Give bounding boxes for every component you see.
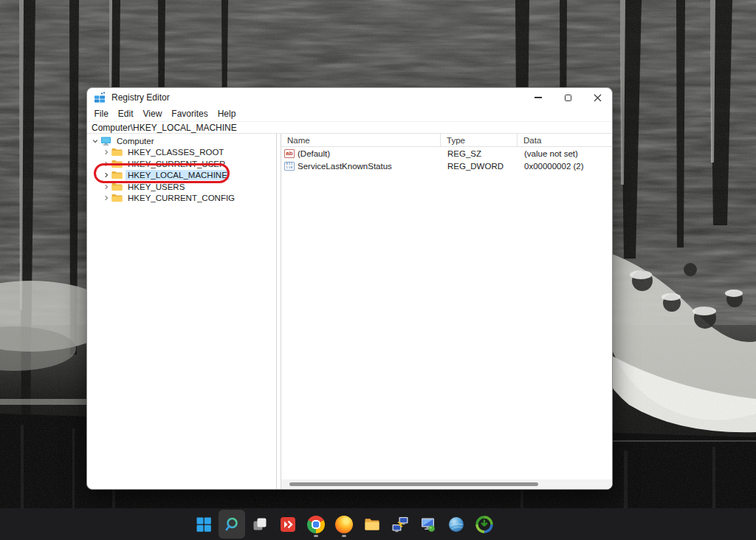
chevron-right-icon[interactable] [102, 183, 111, 191]
chevron-right-icon[interactable] [102, 194, 111, 202]
menubar: File Edit View Favorites Help [87, 107, 612, 121]
minimize-button[interactable] [523, 88, 553, 107]
menu-edit[interactable]: Edit [113, 107, 138, 121]
value-row-default[interactable]: ab (Default) REG_SZ (value not set) [281, 147, 612, 160]
folder-icon [111, 160, 123, 168]
desktop: Registry Editor File Edit View Favorites [0, 0, 756, 540]
values-pane: Name Type Data ab (Default) REG_SZ (valu… [281, 134, 612, 489]
taskbar [0, 508, 756, 540]
window-title: Registry Editor [111, 92, 170, 103]
column-header-type[interactable]: Type [441, 134, 518, 146]
value-type: REG_SZ [441, 149, 518, 158]
tree-item-label: HKEY_CURRENT_CONFIG [126, 193, 237, 203]
chevron-right-icon[interactable] [102, 148, 111, 156]
menu-help[interactable]: Help [213, 107, 241, 121]
chevron-down-icon[interactable] [91, 137, 100, 145]
titlebar[interactable]: Registry Editor [87, 88, 612, 107]
addressbar [87, 121, 612, 134]
address-input[interactable] [87, 122, 612, 133]
download-manager-icon [475, 516, 493, 533]
value-name: ServiceLastKnownStatus [298, 162, 392, 171]
download-manager-button[interactable] [471, 510, 498, 539]
tree-item-computer[interactable]: Computer [87, 135, 276, 147]
tree-item-label: Computer [114, 136, 157, 146]
anydesk-icon [279, 516, 297, 533]
chrome-button[interactable] [303, 510, 329, 539]
registry-editor-window: Registry Editor File Edit View Favorites [86, 87, 613, 490]
my-computer-button[interactable] [415, 510, 441, 539]
windows-start-icon [195, 516, 213, 533]
folder-icon [111, 194, 123, 202]
value-data: (value not set) [518, 149, 612, 158]
search-button[interactable] [219, 510, 245, 539]
computer-icon [100, 137, 111, 146]
value-name: (Default) [298, 149, 330, 158]
remote-connection-button[interactable] [387, 510, 413, 539]
column-header-name[interactable]: Name [281, 134, 441, 146]
registry-editor-icon [94, 92, 106, 103]
remote-connection-icon [391, 516, 409, 533]
value-data: 0x00000002 (2) [518, 162, 612, 171]
taskbar-icons [190, 510, 498, 539]
minimize-icon [535, 97, 542, 98]
value-row-servicelastknownstatus[interactable]: 011 110 ServiceLastKnownStatus REG_DWORD… [281, 160, 612, 172]
tree-item-label: HKEY_CLASSES_ROOT [126, 147, 226, 157]
tree-item-label: HKEY_USERS [126, 182, 187, 192]
dword-value-icon: 011 110 [284, 162, 295, 171]
horizontal-scrollbar[interactable] [281, 479, 612, 489]
main-area: Computer HKEY_CLASSES_ROOT [87, 134, 612, 489]
my-computer-icon [419, 516, 437, 533]
file-explorer-button[interactable] [359, 510, 385, 539]
file-explorer-icon [363, 516, 381, 533]
tree-item-hkey-current-user[interactable]: HKEY_CURRENT_USER [87, 158, 276, 170]
folder-icon [111, 171, 123, 180]
tree-item-hkey-users[interactable]: HKEY_USERS [87, 181, 276, 193]
chevron-right-icon[interactable] [102, 160, 111, 168]
string-value-icon: ab [284, 149, 295, 158]
folder-icon [111, 182, 123, 191]
internet-globe-button[interactable] [443, 510, 470, 539]
running-indicator [314, 535, 318, 537]
maximize-button[interactable] [553, 88, 583, 107]
window-controls [523, 88, 612, 107]
tree-item-hkey-local-machine[interactable]: HKEY_LOCAL_MACHINE [87, 170, 276, 182]
task-view-button[interactable] [247, 510, 273, 539]
task-view-icon [251, 516, 269, 533]
list-header: Name Type Data [281, 134, 612, 147]
menu-file[interactable]: File [89, 107, 113, 121]
menu-view[interactable]: View [138, 107, 167, 121]
running-indicator [342, 535, 346, 537]
anydesk-button[interactable] [275, 510, 301, 539]
close-button[interactable] [583, 88, 612, 107]
internet-globe-icon [447, 516, 465, 533]
folder-icon [111, 148, 123, 157]
value-type: REG_DWORD [441, 162, 518, 171]
tree-item-hkey-classes-root[interactable]: HKEY_CLASSES_ROOT [87, 147, 276, 159]
scrollbar-thumb[interactable] [289, 482, 538, 486]
firefox-icon [335, 516, 353, 533]
menu-favorites[interactable]: Favorites [167, 107, 213, 121]
tree-pane: Computer HKEY_CLASSES_ROOT [87, 134, 277, 489]
tree-item-label: HKEY_CURRENT_USER [126, 159, 227, 169]
list-body: ab (Default) REG_SZ (value not set) 011 … [281, 147, 612, 479]
start-button[interactable] [190, 510, 217, 539]
tree-item-label-selected: HKEY_LOCAL_MACHINE [126, 170, 230, 180]
chevron-right-icon[interactable] [102, 171, 111, 179]
chrome-icon [307, 516, 325, 533]
maximize-icon [565, 95, 571, 101]
firefox-button[interactable] [331, 510, 357, 539]
column-header-data[interactable]: Data [518, 134, 612, 146]
search-icon [223, 516, 241, 533]
tree-item-hkey-current-config[interactable]: HKEY_CURRENT_CONFIG [87, 193, 276, 205]
close-icon [594, 94, 602, 102]
